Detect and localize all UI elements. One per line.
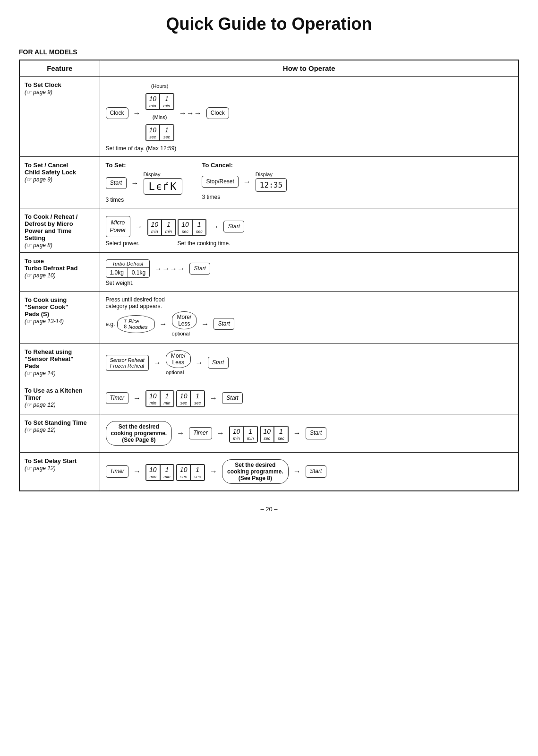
table-row: To Set Clock (☞ page 9) Clock → (Hours) … <box>19 77 519 157</box>
feature-sub: (☞ page 9) <box>25 176 52 183</box>
feature-sub: (☞ page 9) <box>25 89 52 95</box>
weight-1kg: 1.0kg <box>106 268 128 277</box>
to-set-label: To Set: <box>106 162 183 169</box>
feature-title: To Cook using"Sensor Cook"Pads (S) <box>25 296 68 318</box>
pad-row1: 7 Rice <box>124 318 148 324</box>
tc-10sec2: 10sec <box>260 426 274 442</box>
feature-sub: (☞ page 12) <box>25 402 56 408</box>
quick-guide-table: Feature How to Operate To Set Clock (☞ p… <box>19 60 519 491</box>
micro-power-button[interactable]: MicroPower <box>106 216 130 237</box>
sensor-reheat-button[interactable]: Sensor Reheat Frozen Reheat <box>106 355 149 371</box>
display-label: Display <box>144 172 183 177</box>
set-weight-note: Set weight. <box>106 280 513 286</box>
tc-10min: 10min <box>148 219 162 235</box>
start-button[interactable]: Start <box>208 357 229 369</box>
table-row: To Cook using"Sensor Cook"Pads (S) (☞ pa… <box>19 292 519 344</box>
op-row: Set the desiredcooking programme.(See Pa… <box>106 421 513 446</box>
more-less-button[interactable]: More/ Less <box>172 311 197 329</box>
feature-sub: (☞ page 14) <box>25 370 56 377</box>
start-button3[interactable]: Start <box>306 465 326 478</box>
time-grid-group2: 10min 1min 10sec 1sec <box>229 424 289 443</box>
eg-label: e.g. <box>106 321 115 327</box>
weight-01kg: 0.1kg <box>128 268 149 277</box>
timer-button2[interactable]: Timer <box>189 427 212 439</box>
section-header: FOR ALL MODELS <box>19 48 519 56</box>
table-row: To Set / CancelChild Safety Lock (☞ page… <box>19 157 519 208</box>
operate-cell: Timer → 10min 1min 10sec 1sec → Start <box>100 382 519 414</box>
op-row: Clock → (Hours) 10min 1min (Mins) <box>106 83 513 143</box>
arrow-icon2: → <box>201 320 209 328</box>
hours-label: (Hours) <box>151 83 169 89</box>
3times-label: 3 times <box>106 197 183 203</box>
feature-cell: To Set Delay Start (☞ page 12) <box>19 453 100 491</box>
start-button[interactable]: Start <box>106 177 127 189</box>
op-row: e.g. 7 Rice 8 Noodles → <box>106 311 513 336</box>
time-cell-1sec: 1sec <box>160 125 174 141</box>
arrow-icon: → <box>135 223 143 231</box>
pad-num8: 8 <box>124 324 127 330</box>
time-cell-10sec: 10sec <box>146 125 160 141</box>
operate-cell: Press until desired foodcategory pad app… <box>100 292 519 344</box>
more-less-button2[interactable]: More/ Less <box>166 350 191 368</box>
set-desired-prog-button2[interactable]: Set the desiredcooking programme.(See Pa… <box>222 459 289 484</box>
to-set-row: Start → Display LєѓK <box>106 172 183 195</box>
feature-title: To Set / CancelChild Safety Lock <box>25 162 76 176</box>
start-button[interactable]: Start <box>213 318 234 330</box>
timer-button3[interactable]: Timer <box>106 465 129 478</box>
arrow-icon2: →→→ <box>179 109 202 118</box>
time-grid-group3: 10min 1min 10sec 1sec <box>145 463 205 481</box>
more-less-group2: More/ Less optional <box>166 350 191 375</box>
set-cooking-note: Set the cooking time. <box>178 240 231 247</box>
pad-rice: Rice <box>128 318 139 324</box>
tc-10min2: 10min <box>230 426 244 442</box>
op-split: To Set: Start → Display LєѓK 3 times <box>106 162 513 203</box>
to-cancel-label: To Cancel: <box>202 162 287 169</box>
time-grid-group: 10min 1min 10sec 1sec <box>145 389 205 407</box>
start-button[interactable]: Start <box>189 263 210 275</box>
start-button[interactable]: Start <box>223 221 244 233</box>
arrow-icon: → <box>154 359 161 367</box>
sensor-reheat-label: Sensor Reheat <box>110 357 145 363</box>
lock-display: LєѓK <box>144 178 183 195</box>
arrow-icon: → <box>133 394 141 403</box>
op-row: Timer → 10min 1min 10sec 1sec → Start <box>106 389 513 407</box>
arrow-icon2: → <box>211 223 219 231</box>
start-button2[interactable]: Start <box>306 427 326 439</box>
operate-cell: Timer → 10min 1min 10sec 1sec → Set the <box>100 453 519 491</box>
sensor-cook-pads[interactable]: 7 Rice 8 Noodles <box>117 315 155 333</box>
time-grid-bot3: 10sec 1sec <box>176 464 205 481</box>
stop-reset-button[interactable]: Stop/Reset <box>202 176 238 188</box>
optional-label2: optional <box>166 369 191 375</box>
operate-cell: Set the desiredcooking programme.(See Pa… <box>100 414 519 453</box>
table-row: To Set Standing Time (☞ page 12) Set the… <box>19 414 519 453</box>
feature-title: To useTurbo Defrost Pad <box>25 258 77 272</box>
feature-title: To Set Delay Start <box>25 457 77 464</box>
arrow-icon: →→→→ <box>154 265 185 273</box>
table-row: To Use as a KitchenTimer (☞ page 12) Tim… <box>19 382 519 414</box>
set-time-note: Set time of day. (Max 12:59) <box>106 145 513 152</box>
feature-sub: (☞ page 12) <box>25 427 56 433</box>
time-grid-bot: 10sec 1sec <box>178 219 206 236</box>
clock-button[interactable]: Clock <box>106 107 128 120</box>
hours-row: 10min 1min <box>145 93 174 110</box>
display-group2: Display 12:35 <box>256 172 287 192</box>
hours-mins-group: (Hours) 10min 1min (Mins) 10sec 1sec <box>145 83 174 143</box>
time-grid-group: 10min 1min 10sec 1sec <box>147 217 207 236</box>
arrow-icon: → <box>177 429 184 438</box>
feature-title: To Use as a KitchenTimer <box>25 387 83 401</box>
time-grid-top: 10min 1min <box>145 390 174 407</box>
press-until-note: Press until desired foodcategory pad app… <box>106 296 513 309</box>
feature-cell: To useTurbo Defrost Pad (☞ page 10) <box>19 253 100 292</box>
feature-cell: To Set Clock (☞ page 9) <box>19 77 100 157</box>
feature-sub: (☞ page 13-14) <box>25 318 64 325</box>
time-cell-1min: 1min <box>160 94 174 110</box>
tc-1min: 1min <box>160 391 174 407</box>
set-desired-prog-button[interactable]: Set the desiredcooking programme.(See Pa… <box>106 421 172 446</box>
turbo-defrost-button[interactable]: Turbo Defrost 1.0kg 0.1kg <box>106 259 150 278</box>
timer-button[interactable]: Timer <box>106 392 129 404</box>
feature-sub: (☞ page 10) <box>25 272 56 279</box>
clock-button2[interactable]: Clock <box>206 107 229 120</box>
operate-cell: Clock → (Hours) 10min 1min (Mins) <box>100 77 519 157</box>
start-button[interactable]: Start <box>222 392 243 404</box>
table-row: To useTurbo Defrost Pad (☞ page 10) Turb… <box>19 253 519 292</box>
